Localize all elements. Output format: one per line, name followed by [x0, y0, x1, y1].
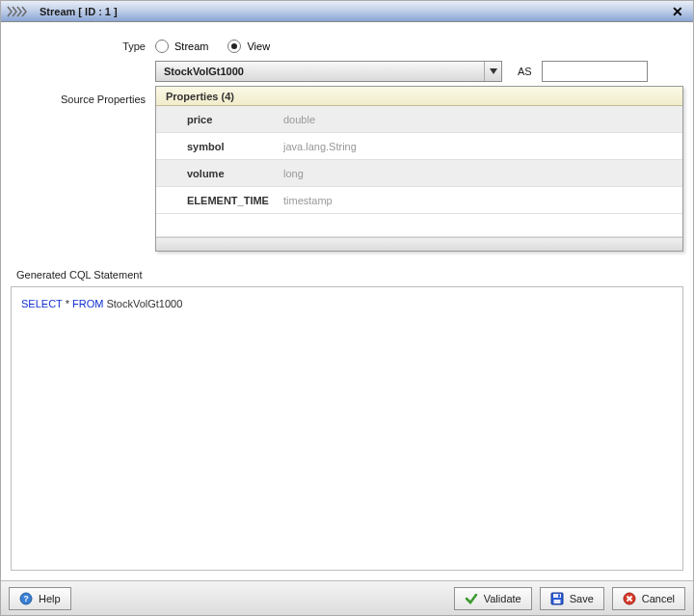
alias-input[interactable] [542, 61, 648, 82]
table-row[interactable]: price double [156, 106, 682, 133]
cql-statement-box: SELECT * FROM StockVolGt1000 [11, 286, 683, 571]
save-button-label: Save [570, 593, 594, 604]
table-row[interactable]: volume long [156, 160, 682, 187]
cancel-icon [623, 592, 636, 605]
source-select-value: StockVolGt1000 [156, 66, 484, 77]
prop-type: timestamp [283, 195, 333, 206]
help-button-label: Help [39, 593, 61, 604]
radio-view-label: View [247, 40, 270, 52]
prop-type: double [283, 114, 315, 125]
cql-text: StockVolGt1000 [103, 298, 182, 309]
radio-stream[interactable] [155, 40, 169, 53]
table-row[interactable]: symbol java.lang.String [156, 133, 682, 160]
dialog-body: Type Stream View StockVolGt1000 AS [1, 22, 693, 580]
floppy-icon [550, 592, 564, 605]
type-label: Type [11, 40, 155, 52]
prop-name: ELEMENT_TIME [187, 195, 283, 206]
prop-name: symbol [187, 141, 283, 152]
check-icon [465, 592, 478, 605]
close-button[interactable]: ✕ [668, 4, 687, 19]
alias-block: AS [518, 61, 648, 82]
properties-header: Properties (4) [156, 87, 682, 106]
source-properties-label: Source Properties [11, 90, 155, 105]
svg-rect-5 [558, 594, 560, 597]
dialog-title: Stream [ ID : 1 ] [40, 6, 668, 17]
svg-rect-4 [553, 600, 560, 603]
source-select[interactable]: StockVolGt1000 [155, 61, 502, 82]
save-button[interactable]: Save [540, 587, 604, 610]
titlebar: Stream [ ID : 1 ] ✕ [1, 1, 693, 22]
dialog-footer: ? Help Validate Save [1, 580, 693, 615]
prop-type: java.lang.String [283, 141, 357, 152]
type-radio-group: Stream View [155, 40, 283, 53]
prop-name: price [187, 114, 283, 125]
table-row-empty [156, 214, 682, 237]
stream-dialog: Stream [ ID : 1 ] ✕ Type Stream View Sto… [0, 0, 694, 616]
validate-button[interactable]: Validate [454, 587, 532, 610]
cql-keyword: FROM [72, 298, 103, 309]
cancel-button-label: Cancel [642, 593, 675, 604]
cql-label: Generated CQL Statement [16, 269, 683, 281]
svg-text:?: ? [23, 594, 29, 603]
cql-keyword: SELECT [21, 298, 63, 309]
cancel-button[interactable]: Cancel [612, 587, 685, 610]
validate-button-label: Validate [484, 593, 521, 604]
radio-view[interactable] [227, 40, 241, 53]
chevron-down-icon [484, 62, 501, 81]
properties-table: Properties (4) price double symbol java.… [155, 86, 683, 252]
cql-text: * [63, 298, 72, 309]
radio-stream-label: Stream [174, 40, 208, 52]
as-label: AS [518, 66, 532, 77]
prop-type: long [283, 168, 304, 179]
help-button[interactable]: ? Help [9, 587, 71, 610]
prop-name: volume [187, 168, 283, 179]
properties-footer [156, 237, 682, 251]
chevrons-icon [7, 6, 34, 17]
table-row[interactable]: ELEMENT_TIME timestamp [156, 187, 682, 214]
source-row: StockVolGt1000 AS [11, 61, 683, 82]
help-icon: ? [19, 592, 33, 605]
properties-body: price double symbol java.lang.String vol… [156, 106, 682, 237]
type-row: Type Stream View [11, 40, 683, 53]
